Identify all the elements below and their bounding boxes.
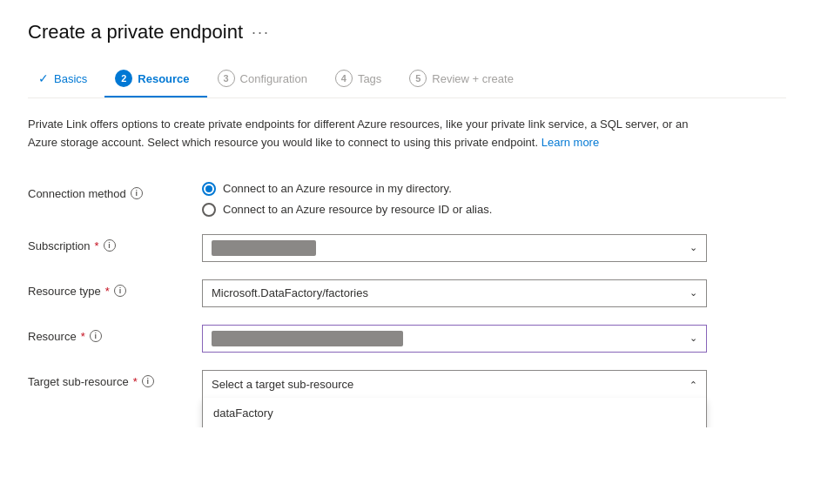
option-dataFactory[interactable]: dataFactory (203, 398, 706, 427)
resource-dropdown[interactable]: ⌄ (202, 325, 707, 353)
step-circle-resource: 2 (115, 70, 132, 87)
subscription-label: Subscription * i (28, 234, 185, 252)
subscription-control: ⌄ (202, 234, 707, 262)
tab-review-create[interactable]: 5 Review + create (399, 61, 531, 97)
tab-configuration-label: Configuration (240, 72, 307, 85)
tab-resource[interactable]: 2 Resource (104, 61, 206, 97)
radio-resourceid-input[interactable] (202, 203, 216, 217)
target-sub-resource-info-icon[interactable]: i (142, 375, 154, 387)
tab-review-label: Review + create (432, 72, 514, 85)
resource-required: * (81, 330, 85, 343)
resource-info-icon[interactable]: i (90, 330, 102, 342)
resource-control: ⌄ (202, 325, 707, 353)
target-sub-resource-placeholder: Select a target sub-resource (212, 378, 353, 391)
step-circle-tags: 4 (335, 70, 353, 87)
connection-method-row: Connection method i Connect to an Azure … (28, 173, 786, 225)
resource-type-dropdown[interactable]: Microsoft.DataFactory/factories ⌄ (202, 279, 707, 307)
check-icon: ✓ (38, 71, 49, 85)
resource-type-value: Microsoft.DataFactory/factories (212, 286, 368, 299)
resource-type-required: * (105, 285, 110, 298)
radio-group: Connect to an Azure resource in my direc… (202, 182, 707, 217)
target-sub-resource-control: Select a target sub-resource ⌄ dataFacto… (202, 370, 707, 398)
resource-value (212, 331, 403, 346)
tab-tags-label: Tags (358, 72, 381, 85)
resource-type-control: Microsoft.DataFactory/factories ⌄ (202, 279, 707, 307)
radio-option-directory[interactable]: Connect to an Azure resource in my direc… (202, 182, 707, 196)
connection-method-label: Connection method i (28, 182, 185, 200)
resource-row: Resource * i ⌄ (28, 316, 786, 361)
subscription-info-icon[interactable]: i (104, 239, 116, 252)
subscription-dropdown[interactable]: ⌄ (202, 234, 707, 262)
resource-type-row: Resource type * i Microsoft.DataFactory/… (28, 271, 786, 316)
tab-tags[interactable]: 4 Tags (325, 61, 399, 97)
target-sub-resource-label: Target sub-resource * i (28, 370, 185, 388)
resource-type-arrow: ⌄ (690, 287, 697, 299)
target-sub-resource-row: Target sub-resource * i Select a target … (28, 361, 786, 407)
step-circle-review: 5 (409, 70, 427, 87)
learn-more-link[interactable]: Learn more (542, 136, 599, 149)
target-sub-resource-options: dataFactory portal (202, 398, 707, 427)
connection-method-options: Connect to an Azure resource in my direc… (202, 182, 707, 217)
radio-directory-input[interactable] (202, 182, 216, 196)
subscription-row: Subscription * i ⌄ (28, 225, 786, 271)
target-sub-resource-arrow: ⌄ (690, 379, 697, 390)
resource-type-info-icon[interactable]: i (114, 285, 126, 297)
connection-method-info-icon[interactable]: i (131, 187, 143, 199)
tab-resource-label: Resource (138, 72, 189, 85)
step-circle-configuration: 3 (218, 70, 235, 87)
page-title-container: Create a private endpoint ··· (28, 21, 786, 44)
tab-basics-label: Basics (54, 72, 87, 85)
tab-configuration[interactable]: 3 Configuration (207, 61, 325, 97)
wizard-tabs: ✓ Basics 2 Resource 3 Configuration 4 Ta… (28, 61, 786, 98)
target-sub-resource-dropdown[interactable]: Select a target sub-resource ⌄ (202, 370, 707, 398)
page-title-dots: ··· (252, 24, 270, 42)
resource-label: Resource * i (28, 325, 185, 343)
subscription-value (212, 240, 316, 256)
tab-basics[interactable]: ✓ Basics (28, 63, 104, 96)
description-text: Private Link offers options to create pr… (28, 116, 707, 152)
resource-arrow: ⌄ (690, 333, 697, 344)
page-title: Create a private endpoint (28, 21, 243, 44)
target-sub-resource-required: * (133, 375, 138, 388)
subscription-arrow: ⌄ (690, 242, 697, 253)
form-section: Connection method i Connect to an Azure … (28, 173, 786, 407)
resource-type-label: Resource type * i (28, 279, 185, 298)
radio-option-resource-id[interactable]: Connect to an Azure resource by resource… (202, 203, 707, 217)
subscription-required: * (95, 239, 99, 252)
